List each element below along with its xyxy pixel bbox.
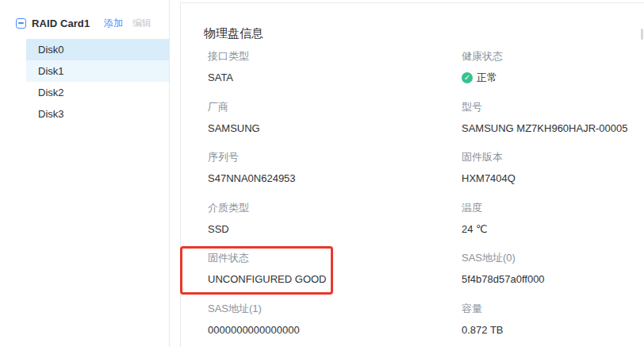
- raid-tree-sidebar: RAID Card1 添加 编辑 Disk0 Disk1 Disk2 Disk3: [0, 0, 170, 347]
- field-value: 0.872 TB: [462, 325, 644, 336]
- field-vendor: 厂商 SAMSUNG: [208, 102, 462, 152]
- field-grid: 接口类型 SATA 健康状态 ✓ 正常 厂商 SAMSUNG 型号 SAMSUN…: [208, 51, 644, 347]
- field-label: 厂商: [208, 102, 462, 112]
- tree-actions: 添加 编辑: [104, 17, 151, 30]
- field-value: ✓ 正常: [462, 72, 644, 83]
- field-label: SAS地址(0): [462, 253, 644, 263]
- field-model: 型号 SAMSUNG MZ7KH960HAJR-00005: [462, 102, 644, 152]
- disk-info-panel: 物理盘信息 接口类型 SATA 健康状态 ✓ 正常 厂商 SAMSUNG 型号 …: [180, 2, 644, 347]
- field-sas-address-1: SAS地址(1) 0000000000000000: [208, 303, 462, 347]
- field-value: SSD: [208, 224, 462, 235]
- field-value: SAMSUNG MZ7KH960HAJR-00005: [462, 123, 644, 134]
- collapse-minus-icon[interactable]: [16, 18, 26, 29]
- field-value: SAMSUNG: [208, 123, 462, 134]
- field-label: 容量: [462, 303, 644, 314]
- disk-item-disk0[interactable]: Disk0: [26, 39, 169, 60]
- field-interface-type: 接口类型 SATA: [208, 51, 462, 102]
- field-value: 24 ℃: [462, 224, 644, 235]
- field-firmware-state: 固件状态 UNCONFIGURED GOOD: [208, 253, 462, 303]
- field-value: HXM7404Q: [462, 173, 644, 184]
- field-value: SATA: [208, 72, 462, 83]
- field-value: 5f4b78d57a0ff000: [462, 274, 644, 285]
- field-value: UNCONFIGURED GOOD: [208, 274, 462, 285]
- field-label: 序列号: [208, 152, 462, 162]
- edit-link[interactable]: 编辑: [132, 17, 151, 30]
- field-label: 接口类型: [208, 51, 462, 61]
- check-circle-icon: ✓: [462, 72, 473, 83]
- field-label: 型号: [462, 102, 644, 112]
- raid-card-node[interactable]: RAID Card1 添加 编辑: [0, 11, 169, 35]
- field-label: 固件版本: [462, 152, 644, 162]
- field-value: 0000000000000000: [208, 325, 462, 336]
- field-firmware-version: 固件版本 HXM7404Q: [462, 152, 644, 202]
- field-media-type: 介质类型 SSD: [208, 202, 462, 253]
- physical-disk-page: RAID Card1 添加 编辑 Disk0 Disk1 Disk2 Disk3…: [0, 0, 644, 347]
- add-link[interactable]: 添加: [104, 17, 123, 30]
- scrollbar-thumb[interactable]: [641, 29, 643, 40]
- field-value: S47NNA0N624953: [208, 173, 462, 184]
- disk-list: Disk0 Disk1 Disk2 Disk3: [0, 39, 169, 125]
- field-label: SAS地址(1): [208, 303, 462, 314]
- disk-item-disk2[interactable]: Disk2: [26, 82, 169, 103]
- raid-card-label: RAID Card1: [32, 17, 90, 29]
- panel-title: 物理盘信息: [204, 27, 644, 40]
- field-capacity: 容量 0.872 TB: [462, 303, 644, 347]
- field-serial-number: 序列号 S47NNA0N624953: [208, 152, 462, 202]
- disk-item-disk1[interactable]: Disk1: [26, 60, 169, 82]
- field-label: 健康状态: [462, 51, 644, 61]
- disk-item-disk3[interactable]: Disk3: [26, 103, 169, 125]
- field-label: 介质类型: [208, 202, 462, 213]
- field-temperature: 温度 24 ℃: [462, 202, 644, 253]
- field-label: 温度: [462, 202, 644, 213]
- field-health-status: 健康状态 ✓ 正常: [462, 51, 644, 102]
- health-status-text: 正常: [477, 72, 497, 83]
- field-label: 固件状态: [208, 253, 462, 263]
- field-sas-address-0: SAS地址(0) 5f4b78d57a0ff000: [462, 253, 644, 303]
